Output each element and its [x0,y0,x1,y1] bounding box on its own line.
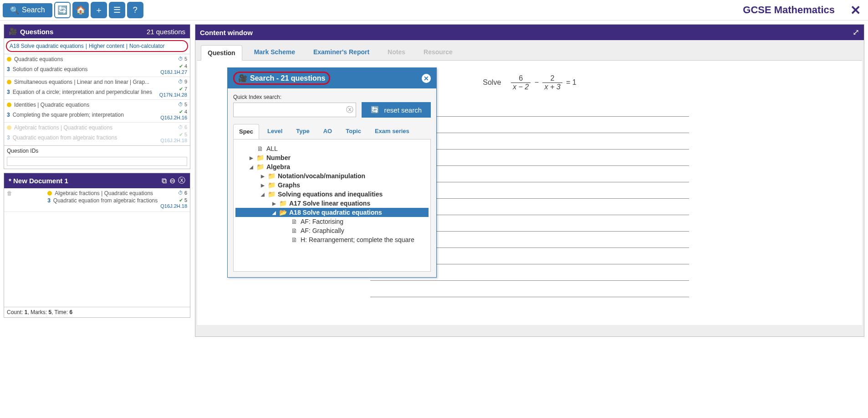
questions-breadcrumb: A18 Solve quadratic equations | Higher c… [6,40,188,52]
list-button[interactable]: ☰ [109,2,125,18]
tree-expand-icon[interactable]: ◢ [249,165,254,170]
document-icon: 🗎 [291,236,298,243]
spec-tree[interactable]: 🗎ALL▶📁Number◢📁Algebra▶📁Notation/vocab/ma… [233,139,431,272]
search-modal-header[interactable]: 🎥 Search - 21 questions ✕ [228,68,436,88]
tree-node[interactable]: 🗎AF: Factorising [235,217,429,226]
add-button[interactable]: ＋ [91,2,107,18]
content-tab: Notes [381,45,412,60]
home-button[interactable]: 🏠 [72,2,89,18]
home-icon: 🏠 [76,5,86,15]
quick-search-input[interactable] [233,103,356,117]
help-icon: ? [133,5,138,15]
search-tab[interactable]: Topic [340,124,367,139]
search-button[interactable]: 🔍 Search [3,3,52,17]
search-tab[interactable]: AO [318,124,338,139]
clock-icon: ⏱ [178,124,183,130]
document-title: * New Document 1 [9,177,68,185]
content-panel: Content window ⤢ QuestionMark SchemeExam… [195,24,864,337]
question-ids-input[interactable] [7,157,187,166]
document-item-subtitle: Quadratic equation from algebraic fracti… [53,197,158,204]
camera-icon: 🎥 [238,74,247,83]
document-list[interactable]: Algebraic fractions | Quadratic equation… [4,188,190,307]
tree-node[interactable]: 🗎H: Rearrangement; complete the square [235,235,429,244]
refresh-button[interactable]: 🔄 [54,2,71,18]
tree-node[interactable]: ◢📁Solving equations and inequalities [235,190,429,199]
trash-icon[interactable]: 🗑 [7,190,45,196]
tree-expand-icon[interactable]: ▶ [272,201,276,206]
tree-node-label: H: Rearrangement; complete the square [301,236,414,243]
tree-node[interactable]: 🗎AF: Graphically [235,226,429,235]
question-item[interactable]: Quadratic equations⏱ 53Solution of quadr… [4,54,190,77]
question-id: Q18J.1H.27 [160,69,187,75]
search-tab[interactable]: Spec [233,124,259,139]
search-modal-title: Search - 21 questions [250,74,325,83]
question-title: Quadratic equations [14,56,63,62]
tree-expand-icon[interactable]: ◢ [260,192,265,197]
quick-search-label: Quick Index search: [233,94,431,100]
refresh-icon: 🔄 [371,106,379,114]
question-title: Algebraic fractions | Quadratic equation… [14,124,112,131]
question-item[interactable]: Identities | Quadratic equations⏱ 53Comp… [4,100,190,123]
folder-icon: 📁 [279,200,286,207]
document-item[interactable]: Algebraic fractions | Quadratic equation… [4,188,190,212]
question-subtitle: Equation of a circle; interpretation and… [13,89,152,95]
check-icon: ✔ [179,132,183,137]
tree-expand-icon[interactable]: ▶ [249,155,254,160]
tree-node-label: A18 Solve quadratic equations [289,209,382,216]
content-tab: Resource [417,45,459,60]
open-external-icon[interactable]: ⧉ [162,177,167,185]
document-panel: * New Document 1 ⧉ ⊖ ⓧ Algebraic fractio… [4,173,190,318]
tree-node[interactable]: ◢📁Algebra [235,162,429,171]
expand-icon[interactable]: ⤢ [853,27,859,37]
content-tab[interactable]: Question [201,45,242,61]
question-ids-label: Question IDs [4,145,190,156]
tree-node[interactable]: 🗎ALL [235,144,429,153]
question-item[interactable]: Algebraic fractions | Quadratic equation… [4,123,190,145]
questions-list[interactable]: Quadratic equations⏱ 53Solution of quadr… [4,54,190,145]
search-tab[interactable]: Level [262,124,288,139]
content-header: Content window ⤢ [195,25,864,40]
help-button[interactable]: ? [127,2,143,18]
tree-node[interactable]: ▶📁Number [235,153,429,162]
content-tab[interactable]: Mark Scheme [248,45,301,60]
question-item[interactable]: Simultaneous equations | Linear and non … [4,77,190,100]
breadcrumb-item[interactable]: Higher content [89,43,124,49]
document-header: * New Document 1 ⧉ ⊖ ⓧ [4,173,190,188]
search-modal-close[interactable]: ✕ [422,74,431,83]
clock-icon: ⏱ [178,79,183,84]
folder-icon: 📂 [279,209,286,216]
reset-search-button[interactable]: 🔄 reset search [362,102,431,118]
close-panel-icon[interactable]: ⓧ [178,176,185,186]
tree-expand-icon[interactable]: ◢ [272,210,276,215]
document-item-id: Q16J.2H.18 [160,203,187,209]
content-tab[interactable]: Examiner's Report [307,45,376,60]
tree-node[interactable]: ▶📁Graphs [235,181,429,190]
check-icon: ✔ [179,197,183,203]
tree-node[interactable]: ▶📁Notation/vocab/manipulation [235,171,429,181]
tree-node[interactable]: ◢📂A18 Solve quadratic equations [235,208,429,217]
content-tabs: QuestionMark SchemeExaminer's ReportNote… [197,42,862,61]
breadcrumb-item[interactable]: A18 Solve quadratic equations [10,43,84,49]
question-marks: 3 [7,66,10,72]
tree-node[interactable]: ▶📁A17 Solve linear equations [235,199,429,208]
close-app-button[interactable]: ✕ [846,3,865,18]
check-icon: ✔ [179,63,183,69]
question-marks: 3 [7,134,10,141]
minimize-icon[interactable]: ⊖ [169,176,175,185]
status-dot-icon [7,80,11,84]
search-tab[interactable]: Exam series [369,124,415,139]
tree-node-label: Algebra [266,163,290,170]
document-body: Algebraic fractions | Quadratic equation… [4,188,190,317]
questions-panel: 🎥 Questions 21 questions A18 Solve quadr… [4,24,190,169]
breadcrumb-item[interactable]: Non-calculator [129,43,164,49]
clear-input-icon[interactable]: ⓧ [346,105,353,115]
questions-body: A18 Solve quadratic equations | Higher c… [4,40,190,166]
quick-search-row: ⓧ 🔄 reset search [233,102,431,118]
refresh-icon: 🔄 [57,5,67,15]
tree-expand-icon[interactable]: ▶ [260,174,265,179]
tree-node-label: ALL [266,145,278,152]
search-tab[interactable]: Type [291,124,315,139]
tree-expand-icon[interactable]: ▶ [260,183,265,188]
page-title: GCSE Mathematics [743,4,844,16]
reset-search-label: reset search [384,106,422,114]
